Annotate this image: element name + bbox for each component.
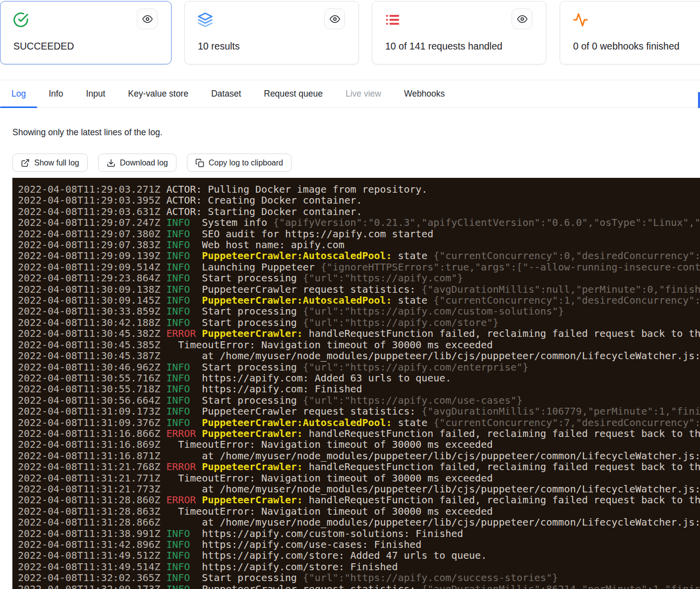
log-note: Showing only the latest lines of the log…	[12, 127, 163, 138]
tab-input[interactable]: Input	[74, 80, 117, 107]
log-line: 2022-04-08T11:31:16.869Z TimeoutError: N…	[18, 439, 700, 450]
log-line: 2022-04-08T11:31:16.866Z ERROR Puppeteer…	[18, 428, 700, 439]
check-circle-icon	[13, 12, 29, 28]
status-card-label: SUCCEEDED	[13, 41, 74, 52]
show-full-log-label: Show full log	[34, 159, 79, 167]
status-card-succeeded[interactable]: SUCCEEDED	[0, 1, 172, 64]
log-line: 2022-04-08T11:29:09.139Z INFO PuppeteerC…	[18, 251, 700, 262]
results-card[interactable]: 10 results	[184, 1, 359, 64]
layers-icon	[197, 12, 213, 28]
download-log-label: Download log	[120, 159, 168, 167]
requests-card[interactable]: 10 of 141 requests handled	[372, 1, 546, 64]
log-line: 2022-04-08T11:31:09.376Z INFO PuppeteerC…	[18, 418, 700, 428]
log-output: 2022-04-08T11:29:03.271Z ACTOR: Pulling …	[18, 184, 700, 589]
tab-info[interactable]: Info	[37, 80, 74, 107]
tab-webhooks[interactable]: Webhooks	[393, 80, 456, 107]
log-line: 2022-04-08T11:31:21.773Z at /home/myuser…	[18, 484, 700, 495]
log-line: 2022-04-08T11:29:03.271Z ACTOR: Pulling …	[18, 184, 700, 195]
log-line: 2022-04-08T11:29:07.247Z INFO System inf…	[18, 217, 700, 228]
log-line: 2022-04-08T11:30:09.138Z INFO PuppeteerC…	[18, 284, 700, 295]
log-line: 2022-04-08T11:32:09.173Z INFO PuppeteerC…	[18, 584, 700, 589]
log-line: 2022-04-08T11:30:46.962Z INFO Start proc…	[18, 362, 700, 373]
external-link-icon	[21, 159, 30, 167]
copy-log-button[interactable]: Copy log to clipboard	[187, 154, 292, 172]
log-line: 2022-04-08T11:31:09.173Z INFO PuppeteerC…	[18, 406, 700, 417]
download-log-button[interactable]: Download log	[98, 154, 176, 172]
log-actions: Show full log Download log Copy log to c…	[12, 154, 292, 172]
log-line: 2022-04-08T11:29:03.395Z ACTOR: Creating…	[18, 195, 700, 206]
log-line: 2022-04-08T11:31:21.768Z ERROR Puppeteer…	[18, 462, 700, 473]
activity-icon	[573, 12, 588, 28]
run-tabs: Log Info Input Key-value store Dataset R…	[0, 80, 700, 108]
log-line: 2022-04-08T11:31:28.860Z ERROR Puppeteer…	[18, 495, 700, 506]
eye-icon	[517, 14, 527, 24]
log-line: 2022-04-08T11:30:33.859Z INFO Start proc…	[18, 306, 700, 317]
log-line: 2022-04-08T11:31:28.863Z TimeoutError: N…	[18, 506, 700, 517]
copy-log-label: Copy log to clipboard	[209, 159, 283, 167]
view-results-button[interactable]	[324, 8, 345, 29]
tab-key-value-store[interactable]: Key-value store	[117, 80, 200, 107]
log-line: 2022-04-08T11:31:16.871Z at /home/myuser…	[18, 451, 700, 462]
log-line: 2022-04-08T11:30:56.664Z INFO Start proc…	[18, 395, 700, 406]
log-panel[interactable]: 2022-04-08T11:29:03.271Z ACTOR: Pulling …	[12, 178, 700, 589]
eye-icon	[330, 14, 340, 24]
log-line: 2022-04-08T11:29:07.383Z INFO Web host n…	[18, 240, 700, 251]
tab-live-view: Live view	[334, 80, 393, 107]
results-card-label: 10 results	[198, 41, 240, 52]
log-line: 2022-04-08T11:30:55.718Z INFO https://ap…	[18, 384, 700, 395]
view-status-button[interactable]	[137, 8, 158, 29]
tab-log[interactable]: Log	[0, 80, 37, 107]
tab-dataset[interactable]: Dataset	[200, 80, 252, 107]
log-line: 2022-04-08T11:29:07.380Z INFO SEO audit …	[18, 229, 700, 240]
log-line: 2022-04-08T11:31:38.991Z INFO https://ap…	[18, 529, 700, 539]
webhooks-card[interactable]: 0 of 0 webhooks finished	[560, 1, 700, 64]
log-line: 2022-04-08T11:30:42.188Z INFO Start proc…	[18, 318, 700, 328]
requests-card-label: 10 of 141 requests handled	[385, 41, 502, 52]
log-line: 2022-04-08T11:30:45.385Z TimeoutError: N…	[18, 340, 700, 351]
tab-request-queue[interactable]: Request queue	[252, 80, 334, 107]
download-icon	[107, 159, 116, 167]
list-icon	[385, 12, 401, 28]
log-line: 2022-04-08T11:30:55.716Z INFO https://ap…	[18, 373, 700, 384]
eye-icon	[142, 14, 153, 24]
log-line: 2022-04-08T11:31:21.771Z TimeoutError: N…	[18, 473, 700, 484]
log-line: 2022-04-08T11:30:09.145Z INFO PuppeteerC…	[18, 295, 700, 306]
webhooks-card-label: 0 of 0 webhooks finished	[573, 41, 680, 52]
log-line: 2022-04-08T11:32:02.365Z INFO Start proc…	[18, 573, 700, 584]
log-line: 2022-04-08T11:31:49.512Z INFO https://ap…	[18, 550, 700, 561]
right-edge-tab-indicator	[698, 92, 700, 108]
log-line: 2022-04-08T11:29:03.631Z ACTOR: Starting…	[18, 207, 700, 217]
copy-icon	[195, 159, 204, 167]
log-line: 2022-04-08T11:31:28.866Z at /home/myuser…	[18, 517, 700, 528]
view-requests-button[interactable]	[512, 8, 532, 29]
log-line: 2022-04-08T11:29:09.514Z INFO Launching …	[18, 262, 700, 273]
log-line: 2022-04-08T11:31:42.896Z INFO https://ap…	[18, 539, 700, 550]
log-line: 2022-04-08T11:30:45.382Z ERROR Puppeteer…	[18, 328, 700, 339]
log-line: 2022-04-08T11:30:45.387Z at /home/myuser…	[18, 351, 700, 362]
log-line: 2022-04-08T11:29:23.864Z INFO Start proc…	[18, 273, 700, 284]
show-full-log-button[interactable]: Show full log	[12, 154, 88, 172]
log-line: 2022-04-08T11:31:49.514Z INFO https://ap…	[18, 562, 700, 573]
